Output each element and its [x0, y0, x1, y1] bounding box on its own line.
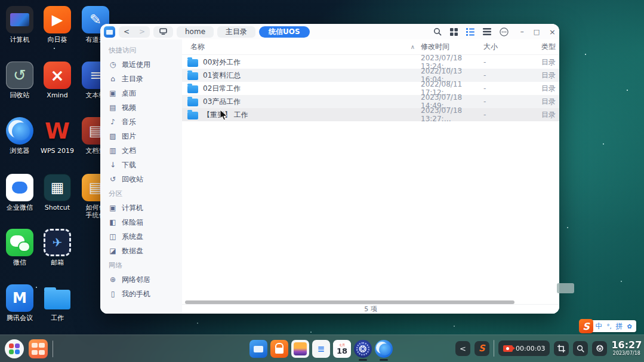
- desktop-icon-trash[interactable]: ↺ 回收站: [2, 62, 37, 99]
- list-view-icon[interactable]: [466, 28, 474, 36]
- desktop-icon-mail[interactable]: ✈ 邮箱: [40, 229, 75, 266]
- crop-icon: [557, 345, 565, 352]
- column-name[interactable]: 名称 ∧: [182, 42, 421, 52]
- screenshot-button[interactable]: [554, 341, 569, 356]
- taskbar-text-editor[interactable]: ≡: [312, 339, 331, 359]
- app-grid-icon[interactable]: [29, 339, 48, 358]
- status-bar: 5 项: [182, 304, 559, 314]
- table-row[interactable]: 02日常工作 2022/08/11 17:12:… - 目录: [182, 82, 559, 95]
- desktop-icon-computer[interactable]: 计算机: [2, 6, 37, 44]
- folder-icon: [187, 72, 198, 80]
- sidebar-item-vault[interactable]: ◧保险箱: [100, 215, 182, 229]
- desktop-icon-tencent-meeting[interactable]: M 腾讯会议: [2, 284, 37, 322]
- icon-label: 浏览器: [2, 147, 37, 155]
- sidebar-item-pictures[interactable]: ▨图片: [100, 129, 182, 143]
- window-edge-handle[interactable]: [557, 283, 574, 293]
- desktop-icon-work-folder[interactable]: 工作: [40, 284, 75, 322]
- taskbar-separator: [53, 340, 53, 357]
- sidebar-item-data-disk[interactable]: ◪数据盘: [100, 244, 182, 258]
- minimize-button[interactable]: –: [520, 27, 524, 36]
- breadcrumb-current[interactable]: 统信UOS: [259, 26, 310, 38]
- sort-ascending-icon[interactable]: ∧: [411, 44, 415, 50]
- vault-icon: ◧: [109, 218, 117, 226]
- desktop-icon-wechat-work[interactable]: 企业微信: [2, 174, 37, 211]
- sidebar-item-music[interactable]: ♪音乐: [100, 115, 182, 129]
- starfield: [0, 0, 1, 1]
- disk-icon: ◪: [109, 247, 117, 255]
- sidebar-item-downloads[interactable]: ↓下载: [100, 158, 182, 172]
- power-button[interactable]: [592, 341, 607, 356]
- sidebar-item-home[interactable]: ⌂主目录: [100, 72, 182, 86]
- icon-label: 计算机: [2, 36, 37, 44]
- ime-settings-icon[interactable]: ✿: [627, 323, 632, 330]
- desktop-icon-sunflower[interactable]: ▶ 向日葵: [40, 6, 75, 44]
- taskbar-gallery[interactable]: [291, 339, 310, 359]
- search-icon[interactable]: [433, 27, 442, 36]
- table-row[interactable]: 03产品工作 2023/07/18 14:49:… - 目录: [182, 95, 559, 108]
- column-size[interactable]: 大小: [483, 42, 541, 52]
- photos-icon: [291, 340, 309, 358]
- ime-punctuation[interactable]: °,: [606, 323, 611, 330]
- sidebar-item-desktop[interactable]: ▣桌面: [100, 86, 182, 100]
- sogou-logo-icon[interactable]: S: [579, 319, 593, 333]
- trash-icon: ↺: [6, 62, 33, 89]
- taskbar-control-center[interactable]: ❂: [353, 339, 372, 359]
- sidebar-section-partitions: 分区: [100, 186, 182, 201]
- table-row[interactable]: 00对外工作 2023/07/18 13:24:… - 目录: [182, 56, 559, 69]
- desktop-icon-wps[interactable]: W WPS 2019: [40, 117, 75, 155]
- sidebar-item-computer[interactable]: ▣计算机: [100, 201, 182, 215]
- sidebar-item-my-phone[interactable]: ▯我的手机: [100, 287, 182, 301]
- breadcrumb-parent[interactable]: 主目录: [217, 26, 255, 38]
- sidebar-item-videos[interactable]: ▤视频: [100, 100, 182, 115]
- clock-icon: ◷: [109, 60, 117, 69]
- taskbar-browser[interactable]: [374, 339, 393, 359]
- search-button[interactable]: [573, 341, 588, 356]
- sogou-tray-icon[interactable]: S: [474, 341, 489, 356]
- tray-collapse-button[interactable]: <: [455, 341, 470, 356]
- globe-icon: ⊕: [109, 275, 117, 284]
- desktop-icon-browser[interactable]: 浏览器: [2, 117, 37, 155]
- file-list-area: 名称 ∧ 修改时间 大小 类型 00对外工作 2023/07/18 13:24:…: [182, 39, 559, 314]
- home-icon: ⌂: [109, 75, 117, 83]
- breadcrumb-home[interactable]: home: [177, 26, 214, 38]
- taskbar-app-store[interactable]: [270, 339, 289, 359]
- sidebar-item-system-disk[interactable]: ◫系统盘: [100, 229, 182, 244]
- sidebar-item-documents[interactable]: ▥文档: [100, 143, 182, 158]
- launcher-icon[interactable]: [5, 339, 24, 358]
- clock-time: 16:27: [611, 340, 642, 350]
- column-time[interactable]: 修改时间: [421, 42, 483, 52]
- desktop-icon-xmind[interactable]: × Xmind: [40, 62, 75, 99]
- clock-widget[interactable]: 16:27 2023/07/18: [611, 340, 642, 356]
- maximize-button[interactable]: □: [534, 28, 540, 36]
- menu-icon[interactable]: [500, 27, 509, 36]
- sogou-ime-bar[interactable]: S 中 °, 拼 ✿: [584, 320, 636, 332]
- taskbar-file-manager[interactable]: [249, 339, 268, 359]
- breadcrumb-computer[interactable]: [153, 26, 173, 38]
- wps-icon: W: [44, 117, 71, 145]
- icon-view-icon[interactable]: [450, 28, 458, 36]
- sidebar-item-recent[interactable]: ◷最近使用: [100, 57, 182, 72]
- desktop-icon-wechat[interactable]: 微信: [2, 229, 37, 266]
- column-type[interactable]: 类型: [541, 42, 559, 52]
- table-row[interactable]: 01资料汇总 2022/10/13 16:04:… - 目录: [182, 69, 559, 82]
- wechat-icon: [6, 229, 33, 256]
- back-button[interactable]: <: [119, 26, 134, 38]
- text-editor-icon: ≡: [312, 340, 330, 358]
- screen-recorder-widget[interactable]: 00:00:03: [498, 340, 550, 356]
- sidebar-item-network-neighbors[interactable]: ⊕网络邻居: [100, 272, 182, 287]
- folder-icon: [187, 112, 198, 119]
- taskbar: ≡ 七月 18 ❂ < S 00:00:03 16:27 2023/07/18: [0, 335, 644, 362]
- close-button[interactable]: ×: [549, 27, 556, 36]
- download-icon: ↓: [109, 161, 117, 169]
- desktop-icon-shotcut[interactable]: ▦ Shotcut: [40, 174, 75, 211]
- folder-icon: [187, 85, 198, 93]
- taskbar-calendar[interactable]: 七月 18: [332, 339, 352, 359]
- tencent-meeting-icon: M: [6, 284, 33, 312]
- sidebar-item-trash[interactable]: ↺回收站: [100, 172, 182, 186]
- ime-mode-chinese[interactable]: 中: [595, 321, 602, 332]
- ime-pinyin[interactable]: 拼: [616, 321, 623, 332]
- detail-view-icon[interactable]: [483, 28, 491, 35]
- forward-button[interactable]: >: [134, 26, 150, 38]
- titlebar[interactable]: < > home 主目录 统信UOS – □ ×: [100, 24, 559, 39]
- table-row[interactable]: 【重要】 工作 2023/07/18 13:27:… - 目录: [182, 108, 559, 121]
